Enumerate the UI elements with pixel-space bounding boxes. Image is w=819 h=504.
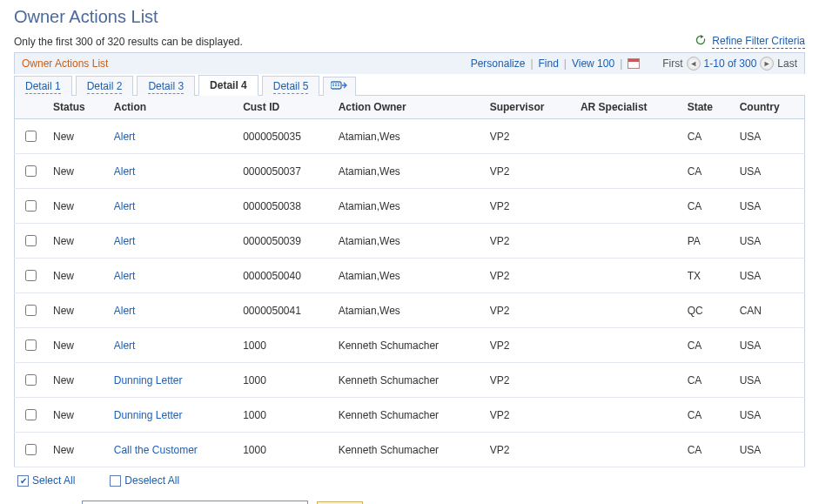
tab-label: Detail 4	[210, 79, 247, 92]
col-action-owner[interactable]: Action Owner	[332, 96, 483, 119]
actions-select[interactable]: ....Select Action....	[82, 501, 308, 504]
cell-country: CAN	[733, 293, 805, 328]
cell-ar	[574, 293, 681, 328]
result-count-message: Only the first 300 of 320 results can be…	[14, 36, 243, 48]
separator: |	[530, 57, 533, 70]
cell-state: CA	[681, 189, 733, 224]
cell-owner: Kenneth Schumacher	[332, 398, 483, 433]
tab-label: Detail 5	[273, 80, 309, 94]
action-link[interactable]: Dunning Letter	[114, 409, 183, 421]
download-icon[interactable]	[628, 58, 640, 69]
action-link[interactable]: Alert	[114, 200, 136, 212]
refine-filter-link[interactable]: Refine Filter Criteria	[712, 35, 805, 49]
cell-cust-id: 0000050038	[236, 189, 332, 224]
col-state[interactable]: State	[681, 96, 733, 119]
action-link[interactable]: Alert	[114, 305, 136, 317]
cell-cust-id: 0000050035	[236, 119, 332, 154]
cell-country: USA	[733, 398, 805, 433]
action-link[interactable]: Alert	[114, 270, 136, 282]
row-checkbox[interactable]	[25, 339, 37, 351]
cell-state: PA	[681, 224, 733, 259]
row-checkbox[interactable]	[25, 444, 37, 455]
cell-cust-id: 0000050040	[236, 259, 332, 293]
nav-next-icon[interactable]: ►	[760, 57, 774, 71]
cell-cust-id: 1000	[236, 433, 332, 467]
cell-cust-id: 0000050037	[236, 154, 332, 189]
refresh-icon[interactable]	[695, 34, 707, 49]
col-country[interactable]: Country	[733, 96, 805, 119]
row-checkbox[interactable]	[25, 270, 37, 281]
nav-prev-icon[interactable]: ◄	[687, 57, 701, 71]
tab-detail-4[interactable]: Detail 4	[198, 75, 258, 96]
row-checkbox[interactable]	[25, 409, 37, 420]
table-row: NewAlert0000050039Atamian,WesVP2PAUSA	[15, 224, 805, 259]
col-ar-specialist[interactable]: AR Specialist	[574, 96, 681, 119]
cell-owner: Atamian,Wes	[332, 154, 483, 189]
cell-status: New	[46, 154, 107, 189]
row-checkbox[interactable]	[25, 131, 37, 142]
cell-status: New	[46, 119, 107, 154]
action-link[interactable]: Dunning Letter	[114, 374, 183, 386]
tab-detail-3[interactable]: Detail 3	[137, 76, 195, 96]
deselect-all-label: Deselect All	[124, 474, 179, 487]
svg-rect-6	[338, 85, 339, 86]
svg-rect-3	[335, 84, 337, 84]
row-checkbox[interactable]	[25, 235, 37, 246]
view-100-link[interactable]: View 100	[572, 57, 614, 70]
cell-status: New	[46, 224, 107, 259]
cell-supervisor: VP2	[483, 259, 574, 293]
cell-supervisor: VP2	[483, 224, 574, 259]
checkbox-empty-icon	[110, 475, 121, 487]
cell-supervisor: VP2	[483, 119, 574, 154]
cell-cust-id: 0000050041	[236, 293, 332, 328]
col-action[interactable]: Action	[107, 96, 236, 119]
tab-detail-1[interactable]: Detail 1	[14, 76, 72, 96]
table-row: NewAlert0000050035Atamian,WesVP2CAUSA	[15, 119, 805, 154]
nav-last-label[interactable]: Last	[777, 57, 797, 70]
cell-country: USA	[733, 259, 805, 293]
cell-country: USA	[733, 119, 805, 154]
table-row: NewAlert0000050037Atamian,WesVP2CAUSA	[15, 154, 805, 189]
cell-status: New	[46, 328, 107, 363]
cell-owner: Atamian,Wes	[332, 293, 483, 328]
show-all-columns-icon[interactable]	[323, 77, 356, 96]
col-status[interactable]: Status	[46, 96, 107, 119]
col-cust-id[interactable]: Cust ID	[236, 96, 332, 119]
cell-ar	[574, 224, 681, 259]
table-row: NewDunning Letter1000Kenneth SchumacherV…	[15, 398, 805, 433]
select-all-label: Select All	[32, 474, 75, 487]
cell-owner: Kenneth Schumacher	[332, 328, 483, 363]
col-supervisor[interactable]: Supervisor	[483, 96, 574, 119]
row-checkbox[interactable]	[25, 374, 37, 386]
cell-ar	[574, 363, 681, 398]
action-link[interactable]: Alert	[114, 131, 136, 143]
cell-status: New	[46, 363, 107, 398]
cell-supervisor: VP2	[483, 398, 574, 433]
action-link[interactable]: Alert	[114, 165, 136, 178]
row-checkbox[interactable]	[25, 165, 37, 177]
personalize-link[interactable]: Personalize	[471, 57, 526, 70]
nav-first-label[interactable]: First	[662, 57, 682, 70]
row-checkbox[interactable]	[25, 200, 37, 212]
cell-ar	[574, 154, 681, 189]
cell-state: CA	[681, 154, 733, 189]
action-link[interactable]: Call the Customer	[114, 444, 198, 456]
svg-rect-2	[332, 85, 334, 86]
cell-country: USA	[733, 328, 805, 363]
find-link[interactable]: Find	[539, 57, 559, 70]
table-row: NewAlert0000050038Atamian,WesVP2CAUSA	[15, 189, 805, 224]
cell-ar	[574, 433, 681, 467]
cell-country: USA	[733, 189, 805, 224]
action-link[interactable]: Alert	[114, 235, 136, 247]
row-checkbox[interactable]	[25, 305, 37, 316]
tab-detail-2[interactable]: Detail 2	[76, 76, 134, 96]
svg-rect-4	[335, 85, 337, 86]
action-link[interactable]: Alert	[114, 339, 136, 352]
deselect-all-link[interactable]: Deselect All	[110, 474, 179, 487]
page-title: Owner Actions List	[14, 7, 805, 27]
cell-owner: Atamian,Wes	[332, 259, 483, 293]
tab-detail-5[interactable]: Detail 5	[262, 76, 320, 96]
table-row: NewAlert0000050041Atamian,WesVP2QCCAN	[15, 293, 805, 328]
select-all-link[interactable]: ✔ Select All	[17, 474, 75, 487]
separator: |	[620, 57, 622, 70]
